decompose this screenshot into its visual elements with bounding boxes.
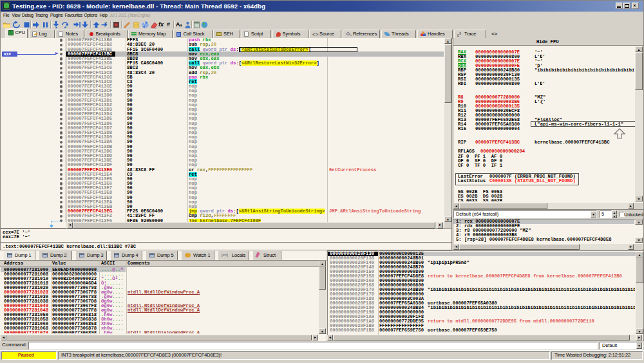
svg-text:2: 2: [105, 21, 107, 25]
